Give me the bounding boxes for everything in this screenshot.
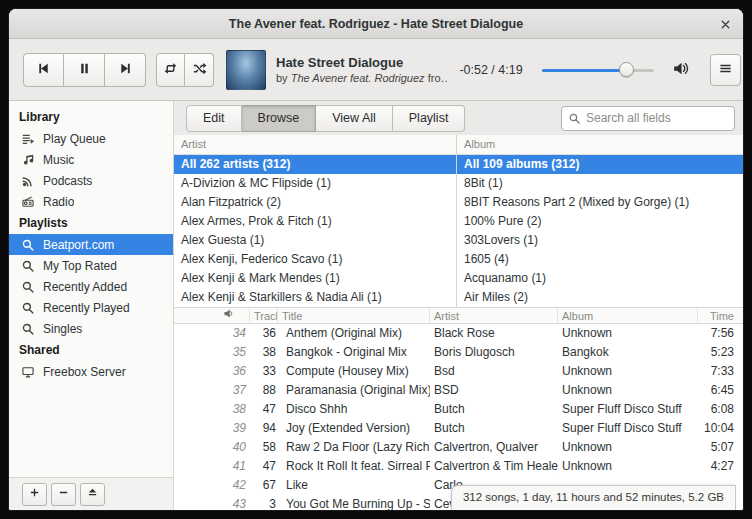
track-list-header: Track Title Artist Album Time	[174, 307, 743, 324]
time-display: -0:52 / 4:19	[456, 63, 526, 77]
view-toggle-button[interactable]: View All	[316, 105, 393, 132]
track-row[interactable]: 41 47 Rock It Roll It feat. Sirreal Pip……	[174, 457, 743, 476]
sidebar-item[interactable]: Recently Played	[9, 297, 173, 318]
volume-button[interactable]	[668, 58, 692, 82]
track-row-artist: Black Rose	[430, 324, 558, 343]
track-row-title: Disco Shhh	[278, 400, 430, 419]
track-row[interactable]: 35 38 Bangkok - Original Mix Boris Dlugo…	[174, 343, 743, 362]
sidebar-item[interactable]: Recently Added	[9, 276, 173, 297]
remove-playlist-button[interactable]	[51, 483, 76, 506]
sidebar-item[interactable]: Play Queue	[9, 128, 173, 149]
album-row[interactable]: 1605 (4)	[457, 250, 743, 269]
artist-row[interactable]: Alex Kenji & Starkillers & Nadia Ali (1)	[174, 288, 456, 307]
track-row-album: Super Fluff Disco Stuff	[558, 419, 698, 438]
byline-prefix: by	[276, 72, 291, 84]
track-row[interactable]: 38 47 Disco Shhh Butch Super Fluff Disco…	[174, 400, 743, 419]
seek-slider[interactable]	[542, 62, 654, 78]
track-column-header[interactable]: Track	[250, 308, 278, 323]
album-row[interactable]: 100% Pure (2)	[457, 212, 743, 231]
artist-row[interactable]: A-Divizion & MC Flipside (1)	[174, 174, 456, 193]
add-playlist-button[interactable]	[22, 483, 47, 506]
now-playing-byline: by The Avener feat. Rodriguez fro…	[276, 72, 448, 84]
sidebar-item[interactable]: Beatport.com	[9, 234, 173, 255]
playing-column-header[interactable]	[174, 308, 250, 323]
sidebar-item[interactable]: Freebox Server	[9, 361, 173, 382]
sidebar-item[interactable]: Radio	[9, 191, 173, 212]
artist-row-label: Alex Armes, Prok & Fitch (1)	[181, 214, 332, 228]
sidebar-item-icon	[21, 173, 36, 188]
track-row-artist: Butch	[430, 419, 558, 438]
search-field[interactable]	[561, 106, 735, 131]
album-pane: Album All 109 albums (312) 8Bit (1) 8BIT…	[456, 135, 743, 307]
track-row-title: Raw 2 Da Floor (Lazy Rich Re…	[278, 438, 430, 457]
track-row[interactable]: 40 58 Raw 2 Da Floor (Lazy Rich Re… Calv…	[174, 438, 743, 457]
album-row[interactable]: 303Lovers (1)	[457, 231, 743, 250]
sidebar-library-items: Play Queue Music Podcasts	[9, 128, 173, 212]
track-row[interactable]: 39 94 Joy (Extended Version) Butch Super…	[174, 419, 743, 438]
sidebar: Library Play Queue Music	[9, 101, 174, 510]
album-column-header-list[interactable]: Album	[558, 308, 698, 323]
track-row[interactable]: 37 88 Paramanasia (Original Mix) BSD Unk…	[174, 381, 743, 400]
pause-button[interactable]	[64, 53, 105, 87]
seek-slider-handle[interactable]	[619, 62, 634, 77]
artist-row[interactable]: Alex Kenji & Mark Mendes (1)	[174, 269, 456, 288]
sidebar-shared-items: Freebox Server	[9, 361, 173, 382]
sidebar-list: Library Play Queue Music	[9, 101, 173, 477]
sidebar-item-icon	[21, 258, 36, 273]
artist-row[interactable]: All 262 artists (312)	[174, 155, 456, 174]
track-row-time: 10:04	[698, 419, 743, 438]
artist-row[interactable]: Alex Kenji, Federico Scavo (1)	[174, 250, 456, 269]
album-row[interactable]: Acquanamo (1)	[457, 269, 743, 288]
previous-button[interactable]	[23, 53, 64, 87]
track-row[interactable]: 36 33 Compute (Housey Mix) Bsd Unknown 7…	[174, 362, 743, 381]
artist-row[interactable]: Alan Fitzpatrick (2)	[174, 193, 456, 212]
sidebar-item-icon	[21, 279, 36, 294]
speaker-icon	[222, 308, 235, 323]
sidebar-item-icon	[21, 321, 36, 336]
view-toggle-label: Playlist	[409, 111, 449, 125]
track-row-time: 5:07	[698, 438, 743, 457]
shuffle-button[interactable]	[185, 53, 214, 87]
search-icon	[568, 112, 581, 125]
sidebar-section-library: Library	[9, 106, 173, 128]
repeat-button[interactable]	[156, 53, 185, 87]
next-button[interactable]	[105, 53, 146, 87]
track-row-title: Compute (Housey Mix)	[278, 362, 430, 381]
album-column-header[interactable]: Album	[457, 135, 743, 155]
menu-button[interactable]	[710, 54, 741, 86]
sidebar-item-icon	[21, 152, 36, 167]
artist-column-header-list[interactable]: Artist	[430, 308, 558, 323]
library-browser: Artist All 262 artists (312) A-Divizion …	[174, 135, 743, 307]
view-toggle-button[interactable]: Browse	[242, 105, 317, 132]
sidebar-item[interactable]: Music	[9, 149, 173, 170]
album-row[interactable]: 8BIT Reasons Part 2 (Mixed by Gorge) (1)	[457, 193, 743, 212]
view-toolbar: Edit Browse View All Playlist	[174, 101, 743, 135]
sidebar-item-icon	[21, 300, 36, 315]
view-toggle-label: Browse	[258, 111, 300, 125]
time-column-header[interactable]: Time	[698, 308, 743, 323]
track-row-position: 37	[174, 381, 250, 400]
title-column-header[interactable]: Title	[278, 308, 430, 323]
search-input[interactable]	[586, 111, 734, 125]
artist-column-header[interactable]: Artist	[174, 135, 456, 155]
artist-row[interactable]: Alex Guesta (1)	[174, 231, 456, 250]
app-body: Library Play Queue Music	[9, 101, 743, 510]
track-row[interactable]: 34 36 Anthem (Original Mix) Black Rose U…	[174, 324, 743, 343]
eject-button[interactable]	[80, 483, 105, 506]
sidebar-item[interactable]: My Top Rated	[9, 255, 173, 276]
view-toggle-button[interactable]: Edit	[186, 105, 242, 132]
sidebar-item[interactable]: Podcasts	[9, 170, 173, 191]
track-row-artist: Butch	[430, 400, 558, 419]
track-row-title: Paramanasia (Original Mix)	[278, 381, 430, 400]
track-row-number: 94	[250, 419, 278, 438]
close-icon[interactable]	[717, 16, 733, 32]
album-row[interactable]: All 109 albums (312)	[457, 155, 743, 174]
artist-row[interactable]: Alex Armes, Prok & Fitch (1)	[174, 212, 456, 231]
album-row-label: 303Lovers (1)	[464, 233, 538, 247]
titlebar[interactable]: The Avener feat. Rodriguez - Hate Street…	[9, 9, 743, 39]
track-row-number: 36	[250, 324, 278, 343]
album-row[interactable]: 8Bit (1)	[457, 174, 743, 193]
view-toggle-button[interactable]: Playlist	[393, 105, 466, 132]
sidebar-item[interactable]: Singles	[9, 318, 173, 339]
album-row[interactable]: Air Miles (2)	[457, 288, 743, 307]
